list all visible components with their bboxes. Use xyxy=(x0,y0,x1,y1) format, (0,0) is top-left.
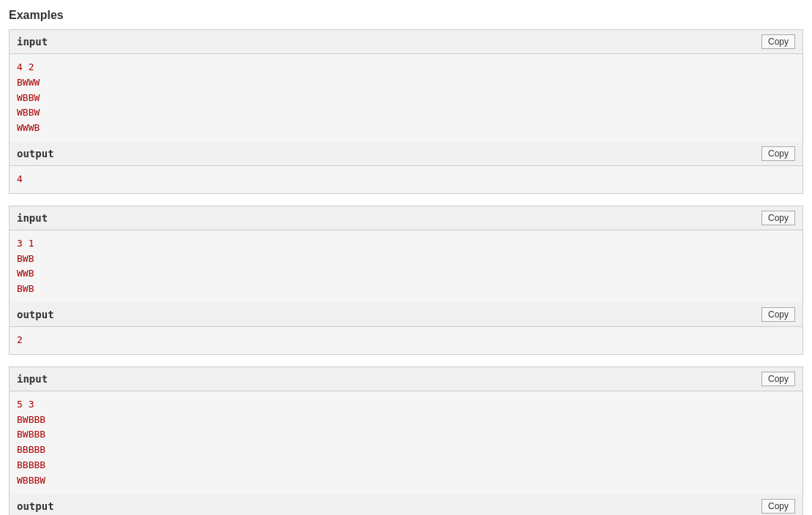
input-content-1: 4 2 BWWW WBBW WBBW WWWB xyxy=(10,54,802,142)
input-label-3: input xyxy=(17,373,48,385)
input-copy-button-3[interactable]: Copy xyxy=(761,372,795,386)
output-label-3: output xyxy=(17,500,54,512)
output-content-2: 2 xyxy=(10,327,802,354)
input-copy-button-2[interactable]: Copy xyxy=(761,211,795,225)
output-header-1: outputCopy xyxy=(10,142,802,166)
output-copy-button-3[interactable]: Copy xyxy=(761,499,795,514)
input-header-3: inputCopy xyxy=(10,367,802,391)
output-copy-button-1[interactable]: Copy xyxy=(761,146,795,161)
input-content-2: 3 1 BWB WWB BWB xyxy=(10,230,802,303)
output-label-1: output xyxy=(17,148,54,159)
input-label-1: input xyxy=(17,36,48,48)
output-label-2: output xyxy=(17,309,54,320)
output-header-3: outputCopy xyxy=(10,495,802,515)
example-block-3: inputCopy5 3 BWBBB BWBBB BBBBB BBBBB WBB… xyxy=(9,366,803,515)
input-copy-button-1[interactable]: Copy xyxy=(761,34,795,49)
example-block-2: inputCopy3 1 BWB WWB BWBoutputCopy2 xyxy=(9,206,803,355)
input-header-2: inputCopy xyxy=(10,206,802,230)
input-header-1: inputCopy xyxy=(10,30,802,54)
input-label-2: input xyxy=(17,212,48,224)
output-content-1: 4 xyxy=(10,166,802,193)
input-content-3: 5 3 BWBBB BWBBB BBBBB BBBBB WBBBW xyxy=(10,391,802,495)
example-block-1: inputCopy4 2 BWWW WBBW WBBW WWWBoutputCo… xyxy=(9,29,803,194)
output-copy-button-2[interactable]: Copy xyxy=(761,307,795,322)
output-header-2: outputCopy xyxy=(10,303,802,327)
page-title: Examples xyxy=(9,9,803,22)
